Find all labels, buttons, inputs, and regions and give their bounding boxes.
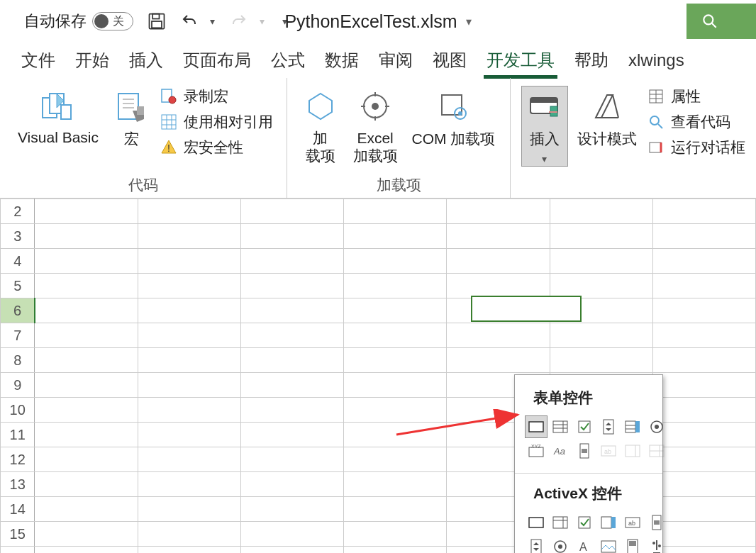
tab-developer[interactable]: 开发工具 xyxy=(477,43,565,77)
ax-listbox-icon[interactable] xyxy=(598,512,619,533)
row-header[interactable]: 4 xyxy=(1,249,35,274)
cell[interactable] xyxy=(138,423,240,447)
cell[interactable] xyxy=(344,423,447,447)
cell[interactable] xyxy=(447,274,550,298)
cell[interactable] xyxy=(344,224,447,249)
ax-image-icon[interactable] xyxy=(598,536,619,553)
cell[interactable] xyxy=(344,249,447,274)
cell[interactable] xyxy=(652,323,755,348)
tab-formulas[interactable]: 公式 xyxy=(261,43,315,77)
row-header[interactable]: 7 xyxy=(1,323,35,348)
cell[interactable] xyxy=(240,224,343,249)
cell[interactable] xyxy=(240,472,343,497)
cell[interactable] xyxy=(652,423,755,447)
cell[interactable] xyxy=(447,249,550,274)
row-header[interactable]: 3 xyxy=(1,224,35,249)
cell[interactable] xyxy=(652,447,755,472)
tab-insert[interactable]: 插入 xyxy=(119,43,173,77)
form-scrollbar-icon[interactable] xyxy=(574,440,595,462)
ax-toggle-icon[interactable] xyxy=(622,536,643,553)
view-code-button[interactable]: 查看代码 xyxy=(647,112,745,132)
cell[interactable] xyxy=(447,224,550,249)
cell[interactable] xyxy=(344,547,447,554)
cell[interactable] xyxy=(138,447,240,472)
tab-home[interactable]: 开始 xyxy=(65,43,119,77)
properties-button[interactable]: 属性 xyxy=(647,86,745,106)
undo-icon[interactable] xyxy=(177,9,201,33)
cell[interactable] xyxy=(550,249,652,274)
ax-scrollbar-icon[interactable] xyxy=(646,512,667,533)
cell[interactable] xyxy=(35,472,138,497)
cell[interactable] xyxy=(550,298,652,323)
macro-security-button[interactable]: ! 宏安全性 xyxy=(160,138,273,157)
cell[interactable] xyxy=(344,298,447,323)
cell[interactable] xyxy=(138,522,240,547)
tab-file[interactable]: 文件 xyxy=(11,43,65,77)
cell[interactable] xyxy=(652,398,755,423)
cell[interactable] xyxy=(652,522,755,547)
row-header[interactable]: 16 xyxy=(1,547,35,554)
cell[interactable] xyxy=(35,423,138,447)
cell[interactable] xyxy=(447,323,550,348)
cell[interactable] xyxy=(138,298,240,323)
insert-controls-button[interactable]: 插入 ▾ xyxy=(522,86,567,166)
cell[interactable] xyxy=(138,497,240,522)
cell[interactable] xyxy=(240,497,343,522)
tab-review[interactable]: 审阅 xyxy=(369,43,423,77)
cell[interactable] xyxy=(138,348,240,373)
cell[interactable] xyxy=(35,199,138,224)
row-header[interactable]: 6 xyxy=(1,298,35,323)
row-header[interactable]: 11 xyxy=(1,423,35,447)
form-spinner-icon[interactable] xyxy=(598,416,619,437)
cell[interactable] xyxy=(652,298,755,323)
run-dialog-button[interactable]: 运行对话框 xyxy=(647,138,745,157)
ax-more-icon[interactable] xyxy=(646,536,667,553)
cell[interactable] xyxy=(35,298,138,323)
cell[interactable] xyxy=(138,398,240,423)
ax-label-icon[interactable]: A xyxy=(574,536,595,553)
cell[interactable] xyxy=(35,348,138,373)
redo-icon[interactable] xyxy=(227,9,251,33)
cell[interactable] xyxy=(35,547,138,554)
cell[interactable] xyxy=(652,472,755,497)
cell[interactable] xyxy=(138,323,240,348)
addins-button[interactable]: 加载项 xyxy=(298,86,343,166)
form-listbox-icon[interactable] xyxy=(622,416,643,437)
cell[interactable] xyxy=(240,373,343,398)
cell[interactable] xyxy=(550,348,652,373)
cell[interactable] xyxy=(447,199,550,224)
form-radio-icon[interactable] xyxy=(646,416,667,437)
row-header[interactable]: 13 xyxy=(1,472,35,497)
cell[interactable] xyxy=(35,373,138,398)
cell[interactable] xyxy=(138,224,240,249)
cell[interactable] xyxy=(138,547,240,554)
cell[interactable] xyxy=(447,298,550,323)
cell[interactable] xyxy=(240,298,343,323)
autosave-toggle[interactable]: 关 xyxy=(92,12,133,30)
cell[interactable] xyxy=(344,447,447,472)
cell[interactable] xyxy=(344,323,447,348)
cell[interactable] xyxy=(35,274,138,298)
visual-basic-button[interactable]: Visual Basic xyxy=(13,86,103,147)
tab-data[interactable]: 数据 xyxy=(315,43,369,77)
cell[interactable] xyxy=(344,398,447,423)
filename-display[interactable]: PythonExcelTest.xlsm ▾ xyxy=(284,11,471,32)
cell[interactable] xyxy=(240,199,343,224)
cell[interactable] xyxy=(35,398,138,423)
cell[interactable] xyxy=(35,224,138,249)
cell[interactable] xyxy=(344,497,447,522)
cell[interactable] xyxy=(138,373,240,398)
macros-button[interactable]: 宏 xyxy=(109,86,154,150)
cell[interactable] xyxy=(138,199,240,224)
cell[interactable] xyxy=(550,323,652,348)
cell[interactable] xyxy=(344,199,447,224)
ax-combobox-icon[interactable] xyxy=(550,512,571,533)
com-addins-button[interactable]: COM 加载项 xyxy=(408,86,500,150)
cell[interactable] xyxy=(138,249,240,274)
form-combobox-icon[interactable] xyxy=(550,416,571,437)
row-header[interactable]: 12 xyxy=(1,447,35,472)
cell[interactable] xyxy=(652,547,755,554)
form-button-icon[interactable] xyxy=(526,416,547,437)
save-icon[interactable] xyxy=(145,9,169,33)
form-checkbox-icon[interactable] xyxy=(574,416,595,437)
